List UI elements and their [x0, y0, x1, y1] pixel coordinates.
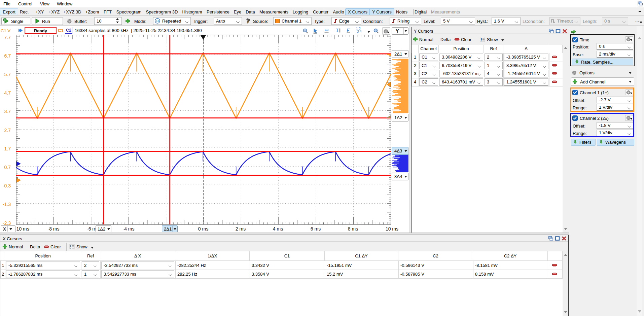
svg-text:-6 m: -6 m: [87, 226, 96, 232]
svg-text:10 ms: 10 ms: [386, 226, 398, 232]
svg-text:0 ms: 0 ms: [198, 226, 208, 232]
svg-text:5.7: 5.7: [4, 72, 11, 77]
svg-text:1: 1: [4, 19, 6, 22]
svg-text:4.7: 4.7: [4, 90, 11, 96]
svg-text:H: H: [156, 20, 159, 23]
svg-text:-10 ms: -10 ms: [15, 226, 29, 232]
svg-text:2 ms: 2 ms: [236, 226, 246, 232]
svg-text:3.7: 3.7: [4, 109, 11, 114]
svg-text:-1.3: -1.3: [3, 202, 11, 207]
svg-text:2.7: 2.7: [4, 128, 11, 133]
svg-text:-8 ms: -8 ms: [48, 226, 60, 232]
svg-text:-0.3: -0.3: [3, 183, 11, 188]
svg-text:7.7: 7.7: [4, 35, 11, 40]
svg-text:6.7: 6.7: [4, 53, 11, 59]
svg-text:0.7: 0.7: [4, 165, 11, 170]
svg-text:1.7: 1.7: [4, 146, 11, 151]
svg-text:-4 ms: -4 ms: [123, 226, 135, 232]
svg-text:-2.3: -2.3: [3, 220, 11, 226]
svg-text:4 ms: 4 ms: [273, 226, 283, 232]
svg-text:8 ms: 8 ms: [348, 226, 358, 232]
svg-text:1: 1: [305, 30, 306, 32]
svg-text:6 ms: 6 ms: [311, 226, 321, 232]
